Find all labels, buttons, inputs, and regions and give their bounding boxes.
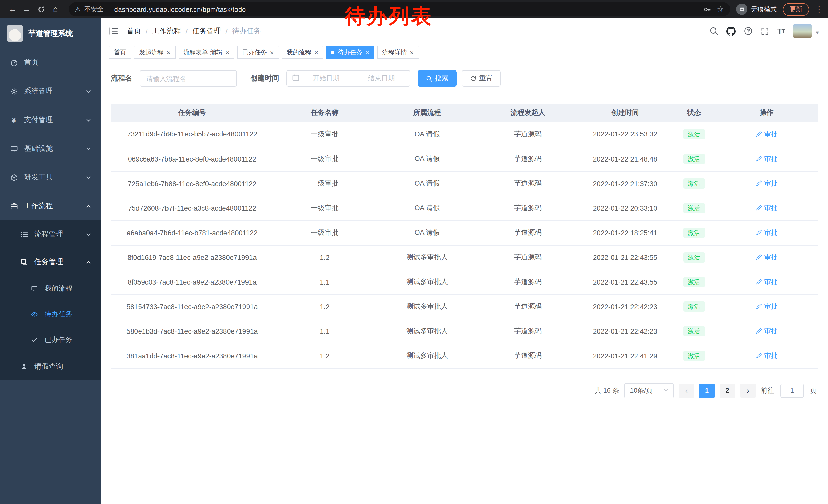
tab-close-icon[interactable]: × — [225, 49, 229, 56]
end-date-placeholder[interactable]: 结束日期 — [358, 74, 405, 83]
workflow-submenu: 流程管理 任务管理 我的流程 — [0, 221, 100, 380]
sidebar-item-leave-query[interactable]: 请假查询 — [0, 353, 100, 380]
cell-task-id: a6aba0a4-7b6d-11ec-b781-acde48001122 — [111, 221, 274, 245]
cell-task-name: 一级审批 — [274, 171, 376, 196]
sidebar-item-process-mgmt[interactable]: 流程管理 — [0, 221, 100, 248]
page-button-2[interactable]: 2 — [720, 383, 735, 398]
page-content: 流程名 创建时间 开始日期 - 结束日期 搜索 — [100, 61, 828, 504]
browser-home-icon[interactable]: ⌂ — [48, 2, 63, 16]
tab-close-icon[interactable]: × — [270, 49, 274, 56]
password-key-icon[interactable] — [703, 5, 711, 13]
start-date-placeholder[interactable]: 开始日期 — [303, 74, 349, 83]
incognito-icon — [736, 4, 747, 15]
cell-task-id: 725a1eb6-7b88-11ec-8ef0-acde48001122 — [111, 171, 274, 196]
cell-process: 测试多审批人 — [376, 245, 479, 270]
sidebar-item-system[interactable]: 系统管理 — [0, 77, 100, 106]
search-button[interactable]: 搜索 — [418, 70, 457, 87]
approve-link[interactable]: 审批 — [755, 277, 778, 287]
sidebar-item-done-task[interactable]: 已办任务 — [0, 327, 100, 353]
approve-link[interactable]: 审批 — [755, 130, 778, 139]
goto-page-input[interactable] — [780, 383, 804, 398]
chevron-down-icon — [86, 231, 91, 237]
tab-close-icon[interactable]: × — [410, 49, 414, 56]
sidebar-item-todo-task[interactable]: 待办任务 — [0, 302, 100, 327]
tab-label: 我的流程 — [287, 48, 312, 57]
sidebar-item-payment[interactable]: ¥ 支付管理 — [0, 106, 100, 134]
browser-update-button[interactable]: 更新 — [783, 3, 809, 16]
cell-created-time: 2022-01-21 22:43:55 — [577, 270, 673, 294]
col-task-id: 任务编号 — [111, 103, 274, 122]
incognito-label: 无痕模式 — [751, 5, 777, 13]
next-page-button[interactable]: › — [740, 383, 756, 398]
eye-icon — [30, 310, 39, 318]
filter-bar: 流程名 创建时间 开始日期 - 结束日期 搜索 — [111, 70, 818, 87]
prev-page-button[interactable]: ‹ — [679, 383, 694, 398]
tab-close-icon[interactable]: × — [366, 49, 369, 56]
approve-link[interactable]: 审批 — [755, 327, 778, 336]
sidebar-item-infra[interactable]: 基础设施 — [0, 134, 100, 163]
process-name-input[interactable] — [139, 70, 237, 87]
tab-label: 发起流程 — [139, 48, 164, 57]
sidebar-item-workflow[interactable]: 工作流程 — [0, 192, 100, 221]
browser-menu-icon[interactable]: ⋮ — [815, 5, 823, 14]
tab-发起流程[interactable]: 发起流程× — [134, 46, 176, 59]
breadcrumb-home[interactable]: 首页 — [127, 27, 141, 36]
cell-process: OA 请假 — [376, 147, 479, 171]
avatar-caret-icon[interactable]: ▾ — [816, 29, 819, 38]
github-icon[interactable] — [727, 27, 736, 36]
collapse-sidebar-icon[interactable] — [109, 27, 119, 35]
layers-icon — [19, 258, 29, 266]
tab-流程详情[interactable]: 流程详情× — [377, 46, 419, 59]
sidebar-item-home[interactable]: 首页 — [0, 48, 100, 77]
sidebar-item-task-mgmt[interactable]: 任务管理 — [0, 248, 100, 276]
tab-流程表单-编辑[interactable]: 流程表单-编辑× — [178, 46, 235, 59]
cell-process: OA 请假 — [376, 196, 479, 221]
sidebar-item-devtools[interactable]: 研发工具 — [0, 163, 100, 192]
app-logo[interactable]: 芋道管理系统 — [0, 18, 100, 48]
cell-task-name: 一级审批 — [274, 221, 376, 245]
status-badge: 激活 — [683, 228, 705, 238]
sidebar-item-my-process[interactable]: 我的流程 — [0, 276, 100, 302]
approve-link[interactable]: 审批 — [755, 253, 778, 262]
approve-link[interactable]: 审批 — [755, 302, 778, 311]
tab-我的流程[interactable]: 我的流程× — [282, 46, 324, 59]
table-row: 75d72608-7b7f-11ec-a3c8-acde48001122一级审批… — [111, 196, 818, 221]
chevron-down-icon — [86, 175, 91, 180]
cell-task-name: 1.2 — [274, 343, 376, 368]
reset-button[interactable]: 重置 — [462, 70, 501, 87]
approve-link[interactable]: 审批 — [755, 351, 778, 360]
breadcrumb-workflow[interactable]: 工作流程 — [152, 27, 181, 36]
table-row: 8f0d1619-7ac8-11ec-a9e2-a2380e71991a1.2测… — [111, 245, 818, 270]
tab-首页[interactable]: 首页 — [109, 46, 131, 59]
fullscreen-icon[interactable] — [761, 27, 769, 35]
browser-back-icon[interactable]: ← — [5, 2, 19, 16]
search-icon[interactable] — [709, 27, 718, 35]
user-avatar[interactable] — [793, 24, 812, 38]
app-title: 芋道管理系统 — [28, 29, 73, 38]
breadcrumb-task-mgmt[interactable]: 任务管理 — [192, 27, 221, 36]
range-separator: - — [353, 75, 355, 82]
cell-task-name: 1.2 — [274, 245, 376, 270]
security-indicator[interactable]: ⚠ 不安全 — [75, 5, 104, 13]
tab-close-icon[interactable]: × — [315, 49, 318, 56]
approve-link[interactable]: 审批 — [755, 179, 778, 188]
sidebar: 芋道管理系统 首页 系统管理 ¥ 支付管理 — [0, 18, 100, 504]
browser-forward-icon[interactable]: → — [19, 2, 34, 16]
page-button-1[interactable]: 1 — [699, 383, 715, 398]
help-icon[interactable] — [744, 27, 753, 35]
font-size-icon[interactable]: TT — [777, 27, 785, 35]
tab-已办任务[interactable]: 已办任务× — [237, 46, 279, 59]
table-row: 73211d9d-7b9b-11ec-b5b7-acde48001122一级审批… — [111, 122, 818, 147]
browser-reload-icon[interactable] — [34, 2, 48, 16]
tab-待办任务[interactable]: 待办任务× — [326, 46, 374, 59]
bookmark-star-icon[interactable]: ☆ — [717, 5, 724, 14]
cell-process: 测试多审批人 — [376, 343, 479, 368]
date-range-picker[interactable]: 开始日期 - 结束日期 — [286, 70, 410, 87]
status-badge: 激活 — [683, 351, 705, 361]
process-name-label: 流程名 — [111, 74, 132, 83]
approve-link[interactable]: 审批 — [755, 228, 778, 237]
approve-link[interactable]: 审批 — [755, 154, 778, 164]
page-size-select[interactable]: 10条/页 — [624, 383, 673, 398]
approve-link[interactable]: 审批 — [755, 203, 778, 213]
tab-close-icon[interactable]: × — [167, 49, 171, 56]
